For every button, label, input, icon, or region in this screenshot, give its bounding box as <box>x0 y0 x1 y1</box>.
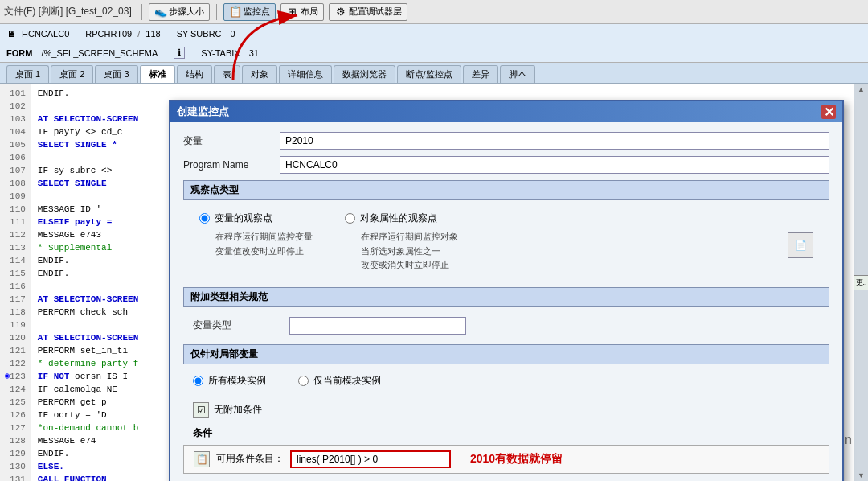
main-area: 101102103104 105106107108 109110111112 1… <box>0 84 868 481</box>
tab-breakpoint[interactable]: 断点/监控点 <box>397 65 461 83</box>
var-label: 变量 <box>183 134 280 148</box>
info-bar-2: FORM /%_SEL_SCREEN_SCHEMA ℹ SY-TABIX 31 <box>0 43 868 63</box>
condition-section: ☑ 无附加条件 条件 📋 可用条件条目： 2010有数据就停留 <box>183 396 829 474</box>
radio-obj-sub1: 在程序运行期间监控对象 <box>361 230 458 245</box>
separator-2 <box>216 4 217 20</box>
radio-all-label: 所有模块实例 <box>208 374 266 388</box>
dialog-title-bar: 创建监控点 ✕ <box>170 101 842 122</box>
prog-name-input[interactable] <box>280 156 829 174</box>
info-bar-1: 🖥 HCNCALC0 RPCHRT09 / 118 SY-SUBRC 0 <box>0 24 868 43</box>
tab-desk3[interactable]: 桌面 3 <box>95 65 137 83</box>
radio-obj-watch-input[interactable] <box>345 213 355 224</box>
no-condition-check-icon: ☑ <box>197 405 206 416</box>
radio-var-sub2: 变量值改变时立即停止 <box>215 245 313 259</box>
tab-desk1[interactable]: 桌面 1 <box>6 65 49 83</box>
more-button[interactable]: 更.. <box>852 275 869 290</box>
tab-standard[interactable]: 标准 <box>140 65 175 83</box>
scroll-up[interactable]: ▲ <box>858 85 865 93</box>
cond-check-label: 可用条件条目： <box>216 452 284 466</box>
radio-obj-sub3: 改变或消失时立即停止 <box>361 258 458 273</box>
form-label: FORM <box>6 48 32 58</box>
scroll-down[interactable]: ▼ <box>858 471 865 479</box>
condition-row: 📋 可用条件条目： 2010有数据就停留 <box>183 445 829 474</box>
cond-input[interactable] <box>290 450 451 468</box>
radio-obj-label: 对象属性的观察点 <box>360 212 437 225</box>
radio-var-watch-input[interactable] <box>199 213 210 224</box>
step-size-label: 步骤大小 <box>169 6 204 18</box>
prog-name-label: Program Name <box>183 159 280 171</box>
program-label: 🖥 <box>6 29 15 39</box>
cond-comment: 2010有数据就停留 <box>470 452 563 467</box>
var-input[interactable] <box>280 132 829 150</box>
dialog-body: 变量 Program Name 观察点类型 变量的观察点 <box>170 122 842 481</box>
radio-all-instances-input[interactable] <box>193 376 203 386</box>
cond-icon: 📋 <box>196 454 208 465</box>
watch-type-content: 变量的观察点 在程序运行期间监控变量 变量值改变时立即停止 对象属性的观察点 <box>183 207 829 284</box>
form-separator <box>35 48 38 58</box>
info-icon-box[interactable]: ℹ <box>174 47 185 59</box>
radio-current-label: 仅当前模块实例 <box>313 374 381 388</box>
radio-group-scope: 所有模块实例 仅当前模块实例 <box>183 371 829 391</box>
no-condition-icon[interactable]: ☑ <box>193 402 209 418</box>
sy-subrc-label: SY-SUBRC <box>177 29 222 39</box>
tab-diff[interactable]: 差异 <box>463 65 498 83</box>
program-name-row: Program Name <box>183 156 829 174</box>
radio-all-instances: 所有模块实例 <box>193 374 266 388</box>
radio-var-label: 变量的观察点 <box>215 212 272 225</box>
dialog-title: 创建监控点 <box>177 105 229 119</box>
radio-current-instance-input[interactable] <box>298 376 309 386</box>
tab-desk2[interactable]: 桌面 2 <box>51 65 93 83</box>
watch-type-header: 观察点类型 <box>183 180 829 200</box>
variable-row: 变量 <box>183 132 829 150</box>
dialog-close-button[interactable]: ✕ <box>821 105 836 119</box>
program-info: 🖥 HCNCALC0 <box>6 29 69 39</box>
rpchrt-info: RPCHRT09 / 118 <box>85 29 160 39</box>
radio-col-left: 变量的观察点 在程序运行期间监控变量 变量值改变时立即停止 <box>199 212 313 273</box>
separator-1 <box>141 4 142 20</box>
no-condition-label: 无附加条件 <box>214 403 262 417</box>
program-value: HCNCALC0 <box>22 29 69 39</box>
info-icon: ℹ <box>178 47 181 58</box>
condition-label: 条件 <box>183 425 829 442</box>
right-panel: ▲ 更.. ▼ <box>854 84 868 481</box>
radio-obj-watch: 对象属性的观察点 <box>345 212 458 225</box>
tab-script[interactable]: 脚本 <box>500 65 535 83</box>
radio-group-watch: 变量的观察点 在程序运行期间监控变量 变量值改变时立即停止 对象属性的观察点 <box>190 207 823 278</box>
radio-obj-subtext: 在程序运行期间监控对象 当所选对象属性之一 改变或消失时立即停止 <box>361 230 458 273</box>
form-info: FORM /%_SEL_SCREEN_SCHEMA <box>6 48 158 58</box>
no-addon-row: ☑ 无附加条件 <box>183 396 829 425</box>
separator-slash: / <box>135 29 142 39</box>
step-size-icon: 👟 <box>154 6 167 18</box>
tab-bar: 桌面 1 桌面 2 桌面 3 标准 结构 表 对象 详细信息 数据浏览器 断点/… <box>0 63 868 84</box>
var-type-label: 变量类型 <box>193 319 289 332</box>
line-value: 118 <box>145 29 160 39</box>
radio-var-watch: 变量的观察点 <box>199 212 313 225</box>
cond-icon-box[interactable]: 📋 <box>194 451 210 467</box>
radio-col-right: 对象属性的观察点 在程序运行期间监控对象 当所选对象属性之一 改变或消失时立即停… <box>345 212 458 273</box>
addon-header: 附加类型相关规范 <box>183 287 829 307</box>
radio-var-sub1: 在程序运行期间监控变量 <box>215 230 313 245</box>
toolbar: 文件(F) [判断] [G_test_02_03] 👟 步骤大小 📋 监控点 ⊞… <box>0 0 868 24</box>
var-type-row: 变量类型 <box>183 314 829 338</box>
radio-obj-sub2: 当所选对象属性之一 <box>361 245 458 259</box>
tab-structure[interactable]: 结构 <box>177 65 212 83</box>
create-watchpoint-dialog: 创建监控点 ✕ 变量 Program Name 观察点类型 <box>169 100 844 481</box>
copy-icon-box[interactable]: 📄 <box>788 232 813 258</box>
red-arrow <box>225 7 370 90</box>
form-value: /%_SEL_SCREEN_SCHEMA <box>41 48 158 58</box>
local-var-header: 仅针对局部变量 <box>183 344 829 364</box>
var-type-input[interactable] <box>289 317 466 335</box>
radio-current-instance: 仅当前模块实例 <box>298 374 381 388</box>
step-size-button[interactable]: 👟 步骤大小 <box>149 3 210 21</box>
toolbar-title: 文件(F) [判断] [G_test_02_03] <box>4 5 132 18</box>
rpchrt-value: RPCHRT09 <box>85 29 132 39</box>
line-numbers: 101102103104 105106107108 109110111112 1… <box>0 84 31 481</box>
copy-icon: 📄 <box>795 240 807 251</box>
radio-var-subtext: 在程序运行期间监控变量 变量值改变时立即停止 <box>215 230 313 258</box>
